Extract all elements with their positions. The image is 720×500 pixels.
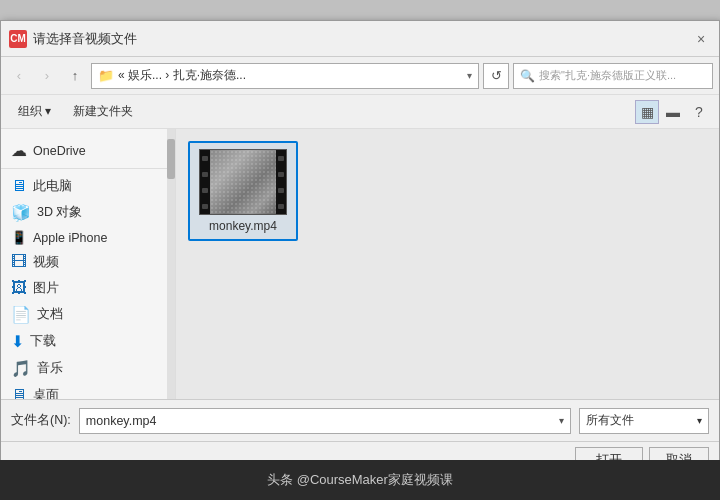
sidebar-item-images[interactable]: 🖼 图片 <box>1 275 175 301</box>
up-button[interactable]: ↑ <box>63 64 87 88</box>
sidebar-label-music: 音乐 <box>37 360 63 377</box>
app-icon: CM <box>9 30 27 48</box>
search-icon: 🔍 <box>520 69 535 83</box>
documents-icon: 📄 <box>11 305 31 324</box>
file-name: monkey.mp4 <box>209 219 277 233</box>
iphone-icon: 📱 <box>11 230 27 245</box>
sidebar-item-desktop[interactable]: 🖥 桌面 <box>1 382 175 399</box>
onedrive-icon: ☁ <box>11 141 27 160</box>
sidebar-label-3d: 3D 对象 <box>37 204 82 221</box>
sidebar-item-apple-iphone[interactable]: 📱 Apple iPhone <box>1 226 175 249</box>
sidebar-scrollbar-thumb <box>167 139 175 179</box>
dialog-window: CM 请选择音视频文件 × ‹ › ↑ 📁 « 娱乐... › 扎克·施奈德..… <box>0 20 720 480</box>
title-bar-text: 请选择音视频文件 <box>33 30 691 48</box>
main-content: ☁ OneDrive 🖥 此电脑 🧊 3D 对象 📱 Apple iPho <box>1 129 719 399</box>
title-bar: CM 请选择音视频文件 × <box>1 21 719 57</box>
sidebar-label-downloads: 下载 <box>30 333 56 350</box>
list-view-button[interactable]: ▬ <box>661 100 685 124</box>
sidebar-label-onedrive: OneDrive <box>33 144 86 158</box>
back-button[interactable]: ‹ <box>7 64 31 88</box>
bottom-bar: 文件名(N): monkey.mp4 ▾ 所有文件 ▾ <box>1 399 719 441</box>
file-thumbnail <box>199 149 287 215</box>
close-button[interactable]: × <box>691 29 711 49</box>
sidebar-item-this-pc[interactable]: 🖥 此电脑 <box>1 173 175 199</box>
sidebar-label-video: 视频 <box>33 254 59 271</box>
film-strip-left <box>200 150 210 214</box>
watermark-bar: 头条 @CourseMaker家庭视频课 <box>0 460 720 500</box>
file-item-monkey[interactable]: monkey.mp4 <box>188 141 298 241</box>
address-dropdown-icon[interactable]: ▾ <box>467 70 472 81</box>
sidebar-label-desktop: 桌面 <box>33 387 59 400</box>
new-folder-button[interactable]: 新建文件夹 <box>64 100 142 124</box>
address-bar[interactable]: 📁 « 娱乐... › 扎克·施奈德... ▾ <box>91 63 479 89</box>
file-area[interactable]: monkey.mp4 <box>176 129 719 399</box>
this-pc-icon: 🖥 <box>11 177 27 195</box>
sidebar-label-iphone: Apple iPhone <box>33 231 107 245</box>
grid-view-button[interactable]: ▦ <box>635 100 659 124</box>
view-buttons: ▦ ▬ ? <box>635 100 711 124</box>
video-icon: 🎞 <box>11 253 27 271</box>
images-icon: 🖼 <box>11 279 27 297</box>
filetype-select[interactable]: 所有文件 ▾ <box>579 408 709 434</box>
sidebar-item-documents[interactable]: 📄 文档 <box>1 301 175 328</box>
music-icon: 🎵 <box>11 359 31 378</box>
folder-icon: 📁 <box>98 68 114 83</box>
forward-button[interactable]: › <box>35 64 59 88</box>
filetype-text: 所有文件 <box>586 412 693 429</box>
help-button[interactable]: ? <box>687 100 711 124</box>
watermark-text: 头条 @CourseMaker家庭视频课 <box>267 471 453 489</box>
sidebar-label-this-pc: 此电脑 <box>33 178 72 195</box>
refresh-button[interactable]: ↺ <box>483 63 509 89</box>
sidebar-scrollbar[interactable] <box>167 129 175 399</box>
sidebar-item-music[interactable]: 🎵 音乐 <box>1 355 175 382</box>
filetype-dropdown-icon[interactable]: ▾ <box>697 415 702 426</box>
desktop-icon: 🖥 <box>11 386 27 399</box>
filename-input[interactable]: monkey.mp4 ▾ <box>79 408 571 434</box>
filename-label: 文件名(N): <box>11 412 71 429</box>
sidebar: ☁ OneDrive 🖥 此电脑 🧊 3D 对象 📱 Apple iPho <box>1 129 176 399</box>
film-image <box>210 150 276 214</box>
filename-input-text: monkey.mp4 <box>86 414 555 428</box>
address-text: « 娱乐... › 扎克·施奈德... <box>118 67 463 84</box>
nav-bar: ‹ › ↑ 📁 « 娱乐... › 扎克·施奈德... ▾ ↺ 🔍 搜索"扎克·… <box>1 57 719 95</box>
sidebar-item-video[interactable]: 🎞 视频 <box>1 249 175 275</box>
toolbar: 组织 ▾ 新建文件夹 ▦ ▬ ? <box>1 95 719 129</box>
downloads-icon: ⬇ <box>11 332 24 351</box>
sidebar-label-images: 图片 <box>33 280 59 297</box>
sidebar-item-downloads[interactable]: ⬇ 下载 <box>1 328 175 355</box>
sidebar-item-onedrive[interactable]: ☁ OneDrive <box>1 137 175 164</box>
search-bar[interactable]: 🔍 搜索"扎克·施奈德版正义联... <box>513 63 713 89</box>
search-placeholder: 搜索"扎克·施奈德版正义联... <box>539 68 676 83</box>
organize-button[interactable]: 组织 ▾ <box>9 100 60 124</box>
film-strip-right <box>276 150 286 214</box>
3d-icon: 🧊 <box>11 203 31 222</box>
sidebar-label-documents: 文档 <box>37 306 63 323</box>
filename-dropdown-icon[interactable]: ▾ <box>559 415 564 426</box>
sidebar-item-3d-objects[interactable]: 🧊 3D 对象 <box>1 199 175 226</box>
sidebar-scroll: ☁ OneDrive 🖥 此电脑 🧊 3D 对象 📱 Apple iPho <box>1 129 175 399</box>
